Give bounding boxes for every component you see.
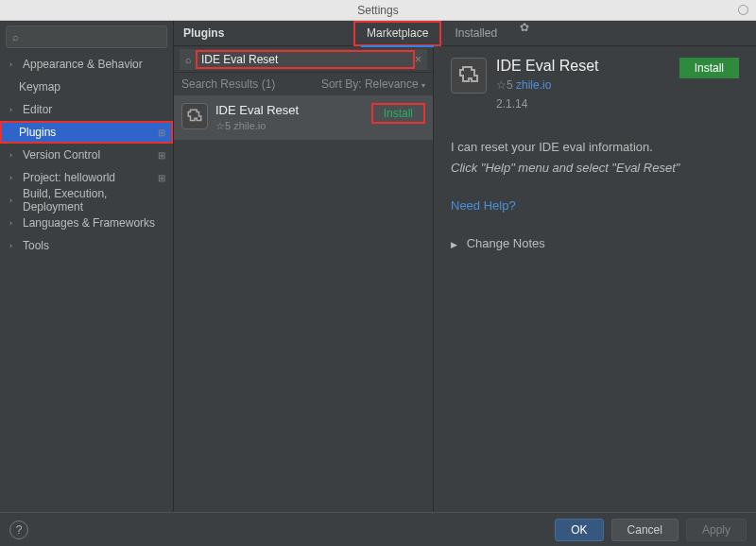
- install-button[interactable]: Install: [371, 103, 425, 124]
- settings-tree: › Appearance & Behavior Keymap › Editor …: [0, 53, 173, 512]
- need-help-link[interactable]: Need Help?: [451, 198, 516, 213]
- tree-item-version-control[interactable]: › Version Control ⊞: [0, 144, 173, 166]
- settings-badge-icon: ⊞: [158, 128, 165, 138]
- clear-icon[interactable]: ×: [415, 53, 421, 66]
- tree-item-languages[interactable]: › Languages & Frameworks: [0, 212, 173, 234]
- cancel-button[interactable]: Cancel: [611, 519, 679, 541]
- settings-badge-icon: ⊞: [158, 150, 165, 161]
- plugin-detail-header: IDE Eval Reset ☆5 zhile.io 2.1.14 Instal…: [451, 58, 739, 111]
- help-button[interactable]: ?: [9, 520, 28, 539]
- tree-item-plugins[interactable]: Plugins ⊞: [0, 121, 173, 144]
- plugin-detail-meta: IDE Eval Reset ☆5 zhile.io 2.1.14: [496, 58, 598, 111]
- plugin-search-value: IDE Eval Reset: [196, 50, 415, 69]
- window-close-button[interactable]: [738, 5, 748, 15]
- plugins-split: ⌕ IDE Eval Reset × Search Results (1) So…: [174, 46, 756, 512]
- plugin-source-link[interactable]: zhile.io: [516, 78, 551, 92]
- plugin-icon: [181, 103, 208, 129]
- plugin-rating: ☆5: [215, 120, 231, 131]
- panel-title: Plugins: [174, 26, 353, 40]
- window-title: Settings: [357, 4, 398, 17]
- tree-item-editor[interactable]: › Editor: [0, 98, 173, 121]
- apply-button[interactable]: Apply: [686, 519, 747, 541]
- chevron-right-icon: ›: [9, 150, 19, 160]
- plugin-version: 2.1.14: [496, 97, 598, 111]
- install-button[interactable]: Install: [679, 58, 739, 78]
- tree-item-appearance[interactable]: › Appearance & Behavior: [0, 53, 173, 76]
- plugins-panel: Plugins Marketplace Installed ✿ ⌕ IDE Ev…: [174, 21, 756, 512]
- plugins-tabs: Marketplace Installed ✿: [353, 21, 756, 46]
- plugin-detail-column: IDE Eval Reset ☆5 zhile.io 2.1.14 Instal…: [434, 46, 756, 512]
- chevron-right-icon: ›: [9, 196, 19, 205]
- plugin-meta: IDE Eval Reset ☆5 zhile.io: [215, 103, 364, 132]
- sort-by-dropdown[interactable]: Sort By: Relevance ▾: [321, 77, 425, 91]
- chevron-right-icon: ›: [9, 218, 19, 228]
- search-icon: ⌕: [185, 54, 192, 65]
- chevron-right-icon: ›: [9, 60, 19, 69]
- plugin-source: zhile.io: [233, 120, 266, 131]
- chevron-right-icon: ›: [9, 173, 19, 182]
- plugin-result-item[interactable]: IDE Eval Reset ☆5 zhile.io Install: [174, 95, 433, 140]
- ok-button[interactable]: OK: [555, 519, 603, 541]
- plugin-icon: [451, 58, 487, 94]
- change-notes-toggle[interactable]: ▶ Change Notes: [451, 233, 739, 254]
- plugin-search-input[interactable]: ⌕ IDE Eval Reset ×: [180, 49, 427, 70]
- plugin-detail-name: IDE Eval Reset: [496, 58, 598, 75]
- settings-badge-icon: ⊞: [158, 173, 165, 183]
- tree-item-tools[interactable]: › Tools: [0, 234, 173, 257]
- chevron-right-icon: ▶: [451, 240, 457, 249]
- tree-item-keymap[interactable]: Keymap: [0, 76, 173, 98]
- settings-sidebar: ⌕ › Appearance & Behavior Keymap › Edito…: [0, 21, 174, 512]
- content: ⌕ › Appearance & Behavior Keymap › Edito…: [0, 21, 756, 512]
- sidebar-search-input[interactable]: ⌕: [6, 26, 167, 48]
- chevron-down-icon: ▾: [421, 81, 425, 90]
- search-results-header: Search Results (1): [181, 77, 321, 91]
- description-line: Click "Help" menu and select "Eval Reset…: [451, 158, 739, 179]
- plugins-gear-icon[interactable]: ✿: [510, 21, 539, 46]
- plugin-rating: ☆5: [496, 78, 513, 92]
- search-icon: ⌕: [12, 31, 19, 43]
- tree-item-build[interactable]: › Build, Execution, Deployment: [0, 189, 173, 212]
- chevron-right-icon: ›: [9, 241, 19, 250]
- plugin-description: I can reset your IDE eval information. C…: [451, 137, 739, 254]
- plugin-results-column: ⌕ IDE Eval Reset × Search Results (1) So…: [174, 46, 434, 512]
- plugin-name: IDE Eval Reset: [215, 103, 364, 117]
- tree-item-project[interactable]: › Project: helloworld ⊞: [0, 166, 173, 189]
- dialog-footer: ? OK Cancel Apply: [0, 512, 756, 546]
- tab-installed[interactable]: Installed: [441, 21, 510, 46]
- titlebar: Settings: [0, 0, 756, 21]
- description-line: I can reset your IDE eval information.: [451, 137, 739, 158]
- plugins-header: Plugins Marketplace Installed ✿: [174, 21, 756, 46]
- tab-marketplace[interactable]: Marketplace: [353, 21, 441, 46]
- chevron-right-icon: ›: [9, 105, 19, 114]
